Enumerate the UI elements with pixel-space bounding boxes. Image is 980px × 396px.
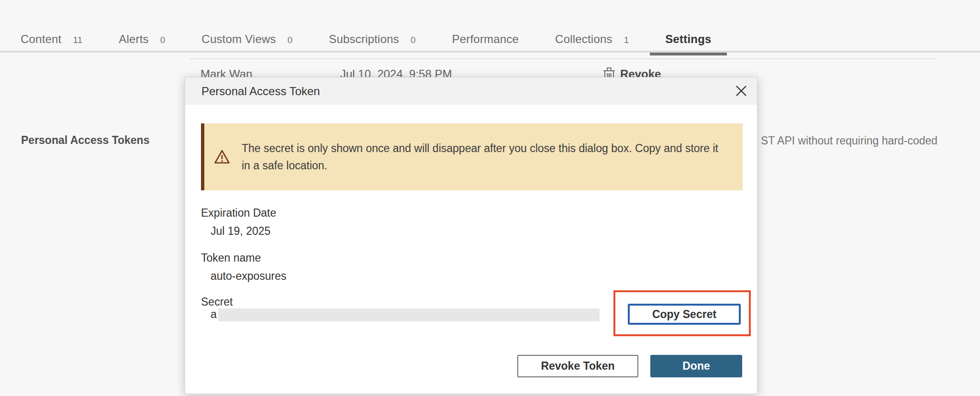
token-name-label: Token name bbox=[201, 252, 261, 264]
token-name-value: auto-exposures bbox=[211, 270, 287, 283]
dialog-header: Personal Access Token bbox=[185, 77, 757, 105]
expiration-date-label: Expiration Date bbox=[201, 207, 276, 220]
revoke-token-button[interactable]: Revoke Token bbox=[517, 355, 638, 377]
warning-icon bbox=[214, 149, 230, 165]
dialog-title: Personal Access Token bbox=[201, 85, 320, 98]
warning-message: The secret is only shown once and will d… bbox=[242, 140, 725, 174]
secret-label: Secret bbox=[201, 296, 233, 308]
expiration-date-value: Jul 19, 2025 bbox=[211, 225, 270, 238]
secret-redacted-bar bbox=[218, 308, 600, 321]
close-icon[interactable] bbox=[734, 84, 748, 98]
secret-value: a bbox=[211, 308, 217, 321]
personal-access-token-dialog: Personal Access Token The secret is only… bbox=[185, 77, 757, 394]
done-button[interactable]: Done bbox=[650, 355, 742, 377]
warning-banner: The secret is only shown once and will d… bbox=[201, 123, 743, 190]
page: Content 11 Alerts 0 Custom Views 0 Subsc… bbox=[0, 0, 980, 396]
copy-secret-button[interactable]: Copy Secret bbox=[628, 304, 741, 325]
